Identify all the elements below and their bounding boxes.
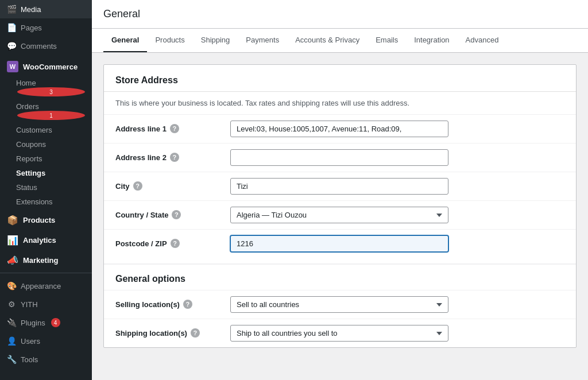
help-icon-address1[interactable]: ?: [170, 124, 179, 133]
form-row-address2: Address line 2?: [104, 143, 576, 172]
sidebar-item-comments[interactable]: 💬 Comments: [0, 37, 92, 55]
label-shipping: Shipping location(s)?: [115, 325, 230, 338]
tab-advanced[interactable]: Advanced: [458, 29, 507, 52]
content-area: GeneralProductsShippingPaymentsAccounts …: [92, 29, 588, 380]
woocommerce-subitems: Home3Orders1CustomersCouponsReportsSetti…: [0, 76, 92, 209]
sidebar-yith[interactable]: ⚙ YITH: [0, 295, 92, 313]
select-selling[interactable]: Sell to all countries: [230, 296, 448, 313]
sidebar: 🎬 Media 📄 Pages 💬 Comments W WooCommerce…: [0, 0, 92, 380]
sidebar-woocommerce-label: WooCommerce: [23, 63, 78, 71]
input-address1[interactable]: [230, 121, 448, 137]
sidebar-woo-settings[interactable]: Settings: [0, 166, 92, 180]
marketing-icon: 📣: [7, 255, 18, 266]
help-icon-country[interactable]: ?: [172, 210, 181, 219]
tab-products[interactable]: Products: [147, 29, 192, 52]
help-icon-selling[interactable]: ?: [183, 300, 192, 309]
sidebar-divider-1: [0, 273, 92, 273]
input-address2[interactable]: [230, 149, 448, 166]
woo-logo: W: [7, 61, 18, 72]
label-postcode: Postcode / ZIP?: [115, 235, 230, 248]
sidebar-plugins[interactable]: 🔌 Plugins 4: [0, 313, 92, 332]
plugins-badge: 4: [51, 318, 60, 327]
tab-payments[interactable]: Payments: [238, 29, 287, 52]
label-country: Country / State?: [115, 207, 230, 219]
page-title: General: [103, 8, 577, 20]
field-wrap-address2: [230, 149, 564, 166]
form-row-city: City?: [104, 172, 576, 200]
label-selling: Selling location(s)?: [115, 296, 230, 309]
tab-general[interactable]: General: [103, 29, 147, 52]
comments-icon: 💬: [7, 41, 16, 51]
sidebar-products-label: Products: [23, 216, 55, 224]
appearance-icon: 🎨: [7, 281, 16, 290]
sidebar-woo-customers[interactable]: Customers: [0, 123, 92, 137]
sidebar-marketing[interactable]: 📣 Marketing: [0, 249, 92, 269]
sidebar-users-label: Users: [21, 337, 40, 346]
sidebar-item-media-label: Media: [21, 5, 41, 14]
sidebar-users[interactable]: 👤 Users: [0, 332, 92, 350]
help-icon-postcode[interactable]: ?: [171, 239, 180, 248]
pages-icon: 📄: [7, 23, 16, 32]
sidebar-appearance[interactable]: 🎨 Appearance: [0, 277, 92, 295]
label-address2: Address line 2?: [115, 149, 230, 162]
tools-icon: 🔧: [7, 355, 16, 364]
sidebar-woo-orders[interactable]: Orders1: [0, 99, 92, 123]
sidebar-analytics-label: Analytics: [23, 236, 56, 245]
sidebar-tools[interactable]: 🔧 Tools: [0, 350, 92, 369]
sidebar-item-pages-label: Pages: [21, 24, 42, 32]
sidebar-woocommerce[interactable]: W WooCommerce: [0, 55, 92, 76]
label-city: City?: [115, 178, 230, 191]
main-content: General GeneralProductsShippingPaymentsA…: [92, 0, 588, 380]
sidebar-woo-extensions[interactable]: Extensions: [0, 195, 92, 209]
select-shipping[interactable]: Ship to all countries you sell to: [230, 325, 448, 342]
help-icon-city[interactable]: ?: [133, 181, 142, 191]
store-address-fields: Address line 1?Address line 2?City?Count…: [104, 114, 576, 258]
sidebar-item-pages[interactable]: 📄 Pages: [0, 18, 92, 37]
sidebar-analytics[interactable]: 📊 Analytics: [0, 229, 92, 249]
store-address-title: Store Address: [104, 65, 576, 92]
home-badge: 3: [17, 87, 85, 96]
sidebar-marketing-label: Marketing: [23, 256, 58, 265]
help-icon-shipping[interactable]: ?: [191, 328, 200, 338]
form-row-selling: Selling location(s)?Sell to all countrie…: [104, 290, 576, 319]
media-icon: 🎬: [7, 5, 16, 14]
form-area: Store Address This is where your busines…: [103, 64, 577, 348]
help-icon-address2[interactable]: ?: [170, 153, 179, 162]
form-row-postcode: Postcode / ZIP?: [104, 229, 576, 258]
input-city[interactable]: [230, 178, 448, 195]
sidebar-item-comments-label: Comments: [21, 42, 57, 51]
analytics-icon: 📊: [7, 235, 18, 246]
page-header: General: [92, 0, 588, 29]
form-row-shipping: Shipping location(s)?Ship to all countri…: [104, 319, 576, 347]
sidebar-yith-label: YITH: [21, 300, 38, 309]
form-row-country: Country / State?Algeria — Tizi Ouzou: [104, 200, 576, 229]
products-icon: 📦: [7, 215, 18, 226]
field-wrap-postcode: [230, 235, 564, 252]
field-wrap-shipping: Ship to all countries you sell to: [230, 325, 564, 342]
sidebar-tools-label: Tools: [21, 355, 38, 364]
tab-accounts-privacy[interactable]: Accounts & Privacy: [287, 29, 368, 52]
sidebar-item-media[interactable]: 🎬 Media: [0, 0, 92, 18]
sidebar-woo-home[interactable]: Home3: [0, 76, 92, 99]
tab-shipping[interactable]: Shipping: [193, 29, 238, 52]
general-options-fields: Selling location(s)?Sell to all countrie…: [104, 290, 576, 347]
tabs-bar: GeneralProductsShippingPaymentsAccounts …: [92, 29, 588, 53]
general-options-title: General options: [104, 263, 576, 290]
users-icon: 👤: [7, 336, 16, 346]
sidebar-woo-status[interactable]: Status: [0, 180, 92, 195]
form-row-address1: Address line 1?: [104, 114, 576, 143]
field-wrap-address1: [230, 121, 564, 137]
sidebar-products[interactable]: 📦 Products: [0, 209, 92, 229]
tab-integration[interactable]: Integration: [406, 29, 457, 52]
sidebar-plugins-label: Plugins: [21, 319, 45, 327]
plugins-icon: 🔌: [7, 318, 16, 327]
input-postcode[interactable]: [230, 235, 448, 252]
sidebar-woo-reports[interactable]: Reports: [0, 152, 92, 166]
store-address-desc: This is where your business is located. …: [104, 92, 576, 114]
select-country[interactable]: Algeria — Tizi Ouzou: [230, 207, 448, 223]
sidebar-woo-coupons[interactable]: Coupons: [0, 137, 92, 152]
field-wrap-city: [230, 178, 564, 195]
tab-emails[interactable]: Emails: [368, 29, 406, 52]
field-wrap-selling: Sell to all countries: [230, 296, 564, 313]
field-wrap-country: Algeria — Tizi Ouzou: [230, 207, 564, 223]
